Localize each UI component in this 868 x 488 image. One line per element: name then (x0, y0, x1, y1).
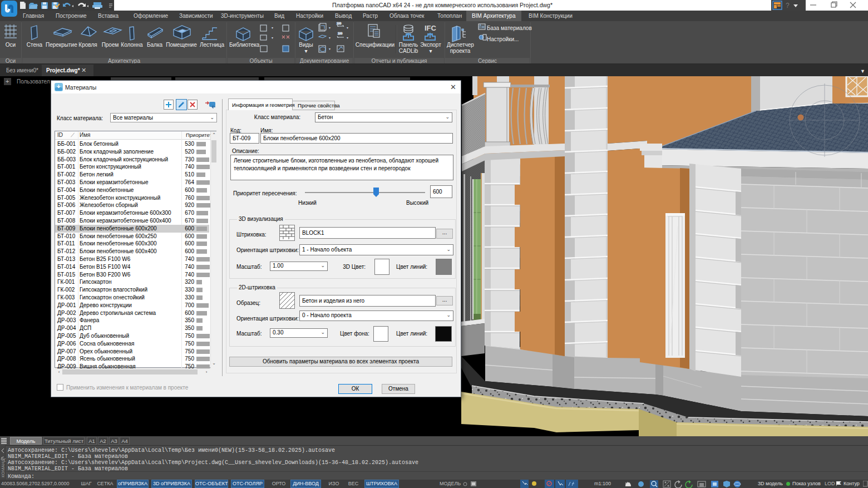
svg-text:▾: ▾ (272, 36, 273, 40)
svg-text:▾: ▾ (347, 26, 348, 29)
svg-text:100: 100 (338, 32, 343, 35)
svg-text:▾: ▾ (347, 36, 348, 40)
svg-text:▾: ▾ (329, 47, 331, 51)
svg-text:+: + (6, 78, 9, 85)
svg-text:▾: ▾ (272, 26, 273, 29)
svg-text:IFC: IFC (425, 24, 437, 32)
svg-text:КОМАНД: КОМАНД (1, 458, 6, 477)
svg-text:▾: ▾ (329, 36, 331, 40)
svg-text:Пользовател: Пользовател (17, 78, 50, 85)
svg-text:▾: ▾ (329, 26, 331, 29)
svg-text:?: ? (786, 2, 790, 9)
svg-text:100: 100 (337, 22, 342, 25)
